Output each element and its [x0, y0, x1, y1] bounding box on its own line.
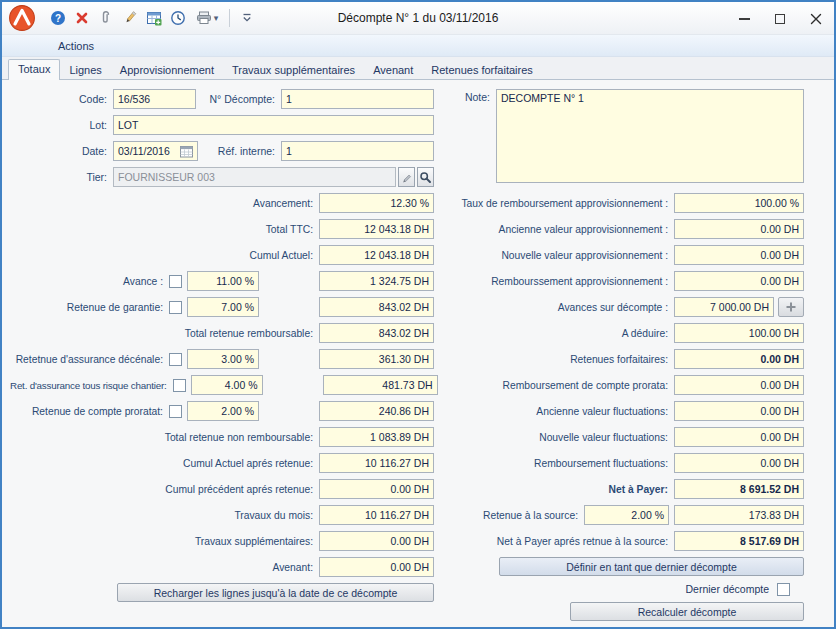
minimize-button[interactable]	[726, 2, 762, 35]
ref-interne-field[interactable]: 1	[281, 141, 434, 161]
field-label: Total TTC:	[10, 224, 319, 235]
nouvelle-valeur-appro-field[interactable]: 0.00 DH	[674, 245, 804, 265]
field-label: Remboursement fluctuations:	[448, 458, 674, 469]
tier-lookup-button[interactable]	[417, 167, 434, 187]
tous-risque-value-field[interactable]: 481.73 DH	[323, 375, 438, 395]
dernier-decompte-checkbox[interactable]	[777, 583, 790, 596]
note-label: Note:	[448, 89, 496, 183]
recharger-lignes-button[interactable]: Recharger les lignes jusqu'à la date de …	[117, 583, 434, 602]
titlebar: ?	[2, 2, 834, 35]
row-assurance-tous-risque: Ret. d'assurance tous risque chantier: 4…	[10, 375, 434, 395]
ancienne-valeur-appro-field[interactable]: 0.00 DH	[674, 219, 804, 239]
maximize-button[interactable]	[762, 2, 798, 35]
left-column: Code: 16/536 N° Décompte: 1 Lot: LOT Dat…	[10, 89, 434, 602]
avenant-field[interactable]: 0.00 DH	[319, 557, 434, 577]
retenue-garantie-checkbox[interactable]	[169, 301, 182, 314]
cumul-actuel-apres-retenue-field[interactable]: 10 116.27 DH	[319, 453, 434, 473]
compte-prorata-percent-field[interactable]: 2.00 %	[187, 401, 259, 421]
avance-percent-field[interactable]: 11.00 %	[187, 271, 259, 291]
row-cumul-actuel: Cumul Actuel: 12 043.18 DH	[10, 245, 434, 265]
field-label: Total retenue remboursable:	[10, 328, 319, 339]
window-controls	[726, 2, 834, 35]
total-retenue-non-remboursable-field[interactable]: 1 083.89 DH	[319, 427, 434, 447]
remboursement-compte-prorata-field[interactable]: 0.00 DH	[674, 375, 804, 395]
row-avance: Avance : 11.00 % 1 324.75 DH	[10, 271, 434, 291]
row-cumul-actuel-apres-retenue: Cumul Actuel aprés retenue: 10 116.27 DH	[10, 453, 434, 473]
tab-approvisionnement[interactable]: Approvisionnement	[111, 61, 223, 80]
tous-risque-checkbox[interactable]	[173, 379, 186, 392]
avances-plus-button[interactable]	[778, 297, 804, 317]
avancement-field[interactable]: 12.30 %	[319, 193, 434, 213]
field-label: Avance :	[10, 276, 169, 287]
net-a-payer-apres-retenue-field[interactable]: 8 517.69 DH	[674, 531, 804, 551]
calendar-icon[interactable]	[180, 145, 193, 158]
assurance-decenale-percent-field[interactable]: 3.00 %	[187, 349, 259, 369]
row-avancement: Avancement: 12.30 %	[10, 193, 434, 213]
tab-avenant[interactable]: Avenant	[364, 61, 422, 80]
net-a-payer-field[interactable]: 8 691.52 DH	[674, 479, 804, 499]
taux-remboursement-appro-field[interactable]: 100.00 %	[674, 193, 804, 213]
assurance-decenale-checkbox[interactable]	[169, 353, 182, 366]
date-field[interactable]: 03/11/2016	[113, 141, 198, 161]
total-ttc-field[interactable]: 12 043.18 DH	[319, 219, 434, 239]
avances-sur-decompte-field[interactable]: 7 000.00 DH	[674, 297, 774, 317]
row-total-retenue-remboursable: Total retenue remboursable: 843.02 DH	[10, 323, 434, 343]
avance-checkbox[interactable]	[169, 275, 182, 288]
tier-edit-button[interactable]	[398, 167, 415, 187]
lot-label: Lot:	[10, 119, 113, 131]
tier-field: FOURNISSEUR 003	[113, 167, 396, 187]
retenues-forfaitaires-field[interactable]: 0.00 DH	[674, 349, 804, 369]
retenue-garantie-value-field[interactable]: 843.02 DH	[319, 297, 434, 317]
compte-prorata-value-field[interactable]: 240.86 DH	[319, 401, 434, 421]
ancienne-valeur-fluctuations-field[interactable]: 0.00 DH	[674, 401, 804, 421]
lot-row: Lot: LOT	[10, 115, 434, 135]
total-retenue-remboursable-field[interactable]: 843.02 DH	[319, 323, 434, 343]
plus-icon	[785, 301, 797, 313]
assurance-decenale-value-field[interactable]: 361.30 DH	[319, 349, 434, 369]
cumul-precedent-apres-retenue-field[interactable]: 0.00 DH	[319, 479, 434, 499]
retenue-source-value-field[interactable]: 173.83 DH	[674, 505, 804, 525]
definir-dernier-decompte-button[interactable]: Définir en tant que dernier décompte	[499, 557, 804, 576]
num-decompte-field[interactable]: 1	[281, 89, 434, 109]
nouvelle-valeur-fluctuations-field[interactable]: 0.00 DH	[674, 427, 804, 447]
lot-field[interactable]: LOT	[113, 115, 434, 135]
a-deduire-field[interactable]: 100.00 DH	[674, 323, 804, 343]
tab-lignes[interactable]: Lignes	[60, 61, 110, 80]
row-remboursement-appro: Rembourssement approvisionnement : 0.00 …	[448, 271, 804, 291]
field-label: Retenue à la source:	[448, 510, 584, 521]
row-ancienne-valeur-fluctuations: Ancienne valeur fluctuations: 0.00 DH	[448, 401, 804, 421]
row-ancienne-valeur-appro: Ancienne valeur approvisionnement : 0.00…	[448, 219, 804, 239]
field-label: Ret. d'assurance tous risque chantier:	[10, 380, 173, 391]
close-button[interactable]	[798, 2, 834, 35]
code-label: Code:	[10, 93, 113, 105]
row-net-a-payer-apres-retenue: Net à Payer aprés retnue à la source: 8 …	[448, 531, 804, 551]
note-field[interactable]: DECOMPTE N° 1	[496, 89, 804, 183]
field-label: Total retenue non remboursable:	[10, 432, 319, 443]
cumul-actuel-field[interactable]: 12 043.18 DH	[319, 245, 434, 265]
date-value: 03/11/2016	[118, 145, 170, 157]
tab-travaux-supplementaires[interactable]: Travaux supplémentaires	[223, 61, 364, 80]
row-nouvelle-valeur-fluctuations: Nouvelle valeur fluctuations: 0.00 DH	[448, 427, 804, 447]
ref-interne-label: Réf. interne:	[198, 145, 281, 157]
travaux-supplementaires-field[interactable]: 0.00 DH	[319, 531, 434, 551]
field-label: Retetnue d'assurance décénale:	[10, 354, 169, 365]
field-label: Nouvelle valeur fluctuations:	[448, 432, 674, 443]
remboursement-fluctuations-field[interactable]: 0.00 DH	[674, 453, 804, 473]
retenue-garantie-percent-field[interactable]: 7.00 %	[187, 297, 259, 317]
travaux-du-mois-field[interactable]: 10 116.27 DH	[319, 505, 434, 525]
field-label: Travaux du mois:	[10, 510, 319, 521]
retenue-source-percent-field[interactable]: 2.00 %	[584, 505, 669, 525]
tab-retenues-forfaitaires[interactable]: Retenues forfaitaires	[422, 61, 542, 80]
row-remboursement-fluctuations: Remboursement fluctuations: 0.00 DH	[448, 453, 804, 473]
compte-prorata-checkbox[interactable]	[169, 405, 182, 418]
tab-totaux[interactable]: Totaux	[8, 59, 60, 80]
tous-risque-percent-field[interactable]: 4.00 %	[191, 375, 263, 395]
code-field[interactable]: 16/536	[113, 89, 196, 109]
recalculer-decompte-button[interactable]: Recalculer décompte	[570, 602, 804, 621]
menu-actions[interactable]: Actions	[58, 40, 94, 52]
avance-value-field[interactable]: 1 324.75 DH	[319, 271, 434, 291]
field-label: A déduire:	[448, 328, 674, 339]
row-taux-remboursement-appro: Taux de remboursement approvisionnement …	[448, 193, 804, 213]
field-label: Nouvelle valeur approvisionnement :	[448, 250, 674, 261]
remboursement-appro-field[interactable]: 0.00 DH	[674, 271, 804, 291]
